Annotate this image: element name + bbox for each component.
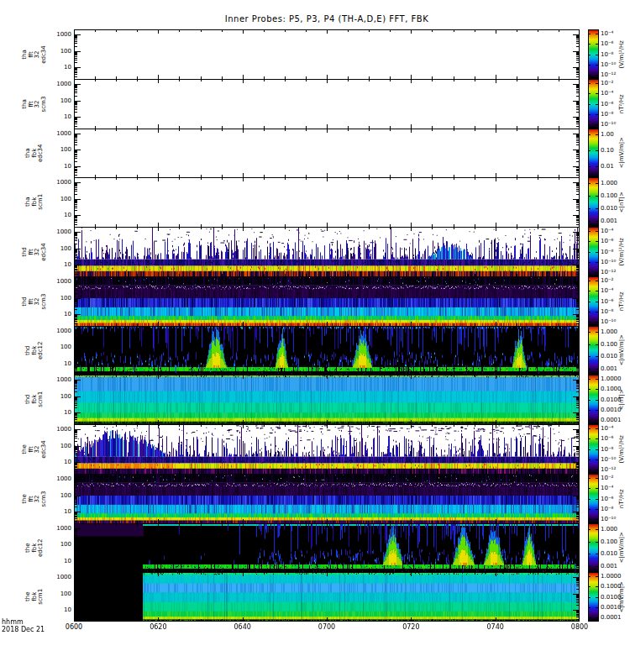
freq-tick-label: 100	[38, 393, 71, 400]
spectrogram-panel-thd-fft-32-scm3	[74, 276, 580, 326]
freq-tick-label: 10	[38, 261, 71, 268]
panel-canvas	[74, 79, 580, 129]
panel-canvas	[74, 129, 580, 177]
colorbar-unit-label: nT²/Hz	[615, 79, 629, 129]
x-tick-label: 0740	[477, 623, 514, 631]
colorbar-unit-label: nT²/Hz	[615, 276, 629, 326]
freq-tick-label: 10	[38, 163, 71, 170]
x-tick-label: 0620	[139, 623, 176, 631]
panel-canvas	[74, 474, 580, 523]
colorbar-canvas	[588, 129, 599, 177]
panel-canvas	[74, 572, 580, 622]
colorbar-unit-text: (V/m)²/Hz	[619, 40, 626, 69]
spectrogram-panel-tha-fft-32-edc34	[74, 29, 580, 79]
time-unit-label: hhmm	[2, 618, 24, 626]
freq-tick-label: 1000	[38, 278, 71, 285]
freq-tick-label: 10	[38, 113, 71, 120]
freq-tick-label: 100	[38, 344, 71, 350]
panel-canvas	[74, 326, 580, 375]
colorbar	[588, 375, 599, 424]
colorbar-canvas	[588, 424, 599, 474]
spectrogram-panel-tha-fbk-edc34	[74, 129, 580, 177]
spectrogram-panel-the-fft-32-edc34	[74, 424, 580, 474]
freq-tick-label: 1000	[38, 31, 71, 38]
colorbar-unit-label: (V/m)²/Hz	[615, 424, 629, 474]
colorbar	[588, 129, 599, 177]
freq-tick-label: 100	[38, 196, 71, 202]
freq-tick-label: 10	[38, 606, 71, 613]
colorbar-unit-text: <|nT|>	[619, 389, 626, 410]
panel-canvas	[74, 227, 580, 276]
colorbar-unit-text: <|nT|>	[619, 192, 626, 213]
colorbar-unit-label: <|nT|>	[615, 375, 629, 424]
colorbar-canvas	[588, 227, 599, 276]
colorbar-unit-label: (V/m)²/Hz	[615, 29, 629, 79]
colorbar-canvas	[588, 276, 599, 326]
freq-tick-label: 10	[38, 64, 71, 71]
colorbar-unit-label: <|mV/m|>	[615, 572, 629, 622]
colorbar-canvas	[588, 474, 599, 523]
colorbar-canvas	[588, 177, 599, 227]
spectrogram-panel-the-fbk-scm1	[74, 572, 580, 622]
colorbar	[588, 79, 599, 129]
colorbar	[588, 177, 599, 227]
freq-tick-label: 10	[38, 459, 71, 465]
freq-tick-label: 100	[38, 492, 71, 499]
spectrogram-panel-the-fft-32-scm3	[74, 474, 580, 523]
freq-tick-label: 100	[38, 146, 71, 153]
colorbar-canvas	[588, 326, 599, 375]
colorbar-canvas	[588, 375, 599, 424]
colorbar-unit-label: <|mV/m|>	[615, 523, 629, 572]
colorbar-unit-text: (V/m)²/Hz	[619, 238, 626, 266]
panel-canvas	[74, 276, 580, 326]
spectrogram-panel-tha-fft-32-scm3	[74, 79, 580, 129]
freq-tick-label: 10	[38, 508, 71, 515]
spectrogram-panel-tha-fbk-scm1	[74, 177, 580, 227]
plot-title: Inner Probes: P5, P3, P4 (TH-A,D,E) FFT,…	[74, 14, 580, 24]
x-tick-label: 0640	[224, 623, 261, 631]
freq-tick-label: 100	[38, 295, 71, 302]
spectrogram-panel-the-fbk-edc12	[74, 523, 580, 572]
colorbar-unit-label: <|nT|>	[615, 177, 629, 227]
colorbar	[588, 474, 599, 523]
spectrogram-panel-thd-fbk-scm1	[74, 375, 580, 424]
panel-canvas	[74, 177, 580, 227]
colorbar-unit-text: <|mV/m|>	[619, 137, 626, 168]
colorbar	[588, 572, 599, 622]
freq-tick-label: 1000	[38, 130, 71, 137]
freq-tick-label: 10	[38, 311, 71, 318]
freq-tick-label: 1000	[38, 475, 71, 482]
x-tick-label: 0720	[392, 623, 429, 631]
colorbar-unit-label: nT²/Hz	[615, 474, 629, 523]
freq-tick-label: 1000	[38, 525, 71, 532]
x-tick-label: 0800	[561, 623, 598, 631]
freq-tick-label: 10	[38, 360, 71, 367]
colorbar	[588, 227, 599, 276]
spectrogram-panel-thd-fbk-edc12	[74, 326, 580, 375]
freq-tick-label: 100	[38, 245, 71, 252]
colorbar-unit-text: <|mV/m|>	[619, 581, 626, 612]
freq-tick-label: 10	[38, 558, 71, 564]
colorbar-unit-label: (V/m)²/Hz	[615, 227, 629, 276]
freq-tick-label: 100	[38, 97, 71, 104]
freq-tick-label: 100	[38, 443, 71, 449]
colorbar-canvas	[588, 572, 599, 622]
colorbar	[588, 326, 599, 375]
colorbar	[588, 276, 599, 326]
colorbar	[588, 424, 599, 474]
date-label: 2018 Dec 21	[2, 626, 45, 633]
colorbar-unit-text: <|mV/m|>	[619, 334, 626, 365]
colorbar-unit-label: <|mV/m|>	[615, 326, 629, 375]
freq-tick-label: 1000	[38, 426, 71, 433]
freq-tick-label: 1000	[38, 376, 71, 383]
colorbar-unit-text: nT²/Hz	[619, 291, 626, 311]
freq-tick-label: 1000	[38, 328, 71, 334]
colorbar-unit-text: nT²/Hz	[619, 489, 626, 508]
freq-tick-label: 100	[38, 541, 71, 548]
colorbar-unit-label: <|mV/m|>	[615, 129, 629, 177]
colorbar-unit-text: (V/m)²/Hz	[619, 435, 626, 464]
x-tick-label: 0600	[55, 623, 92, 631]
freq-tick-label: 1000	[38, 228, 71, 235]
colorbar-canvas	[588, 79, 599, 129]
freq-tick-label: 10	[38, 212, 71, 218]
